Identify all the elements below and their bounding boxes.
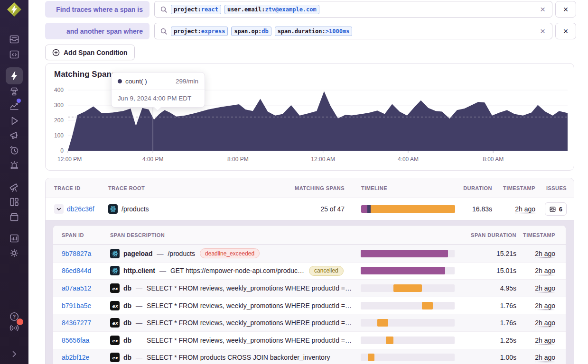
span-condition-row-2: and another span where project:express s…	[45, 23, 576, 39]
express-icon: ex	[110, 336, 120, 345]
span-timestamp: 2h ago	[535, 250, 555, 257]
trace-timeline-bar	[361, 205, 455, 213]
sidebar-item-replays[interactable]	[0, 115, 28, 127]
bar-stats-icon	[9, 233, 20, 244]
separator: —	[136, 284, 142, 292]
trace-root-name: /products	[121, 205, 149, 213]
sidebar-item-traces[interactable]	[0, 67, 28, 84]
trace-id-link[interactable]: db26c36f	[67, 205, 94, 213]
span-row[interactable]: 84367277 ex db — SELECT * FROM reviews, …	[53, 314, 566, 331]
col-duration: DURATION	[456, 185, 492, 191]
span-row[interactable]: b791ba5e ex db — SELECT * FROM reviews, …	[53, 297, 566, 314]
span-id-link[interactable]: 86ed844d	[62, 267, 91, 274]
sidebar-item-releases[interactable]	[0, 211, 28, 222]
filter-token[interactable]: span.op:db	[231, 27, 271, 36]
span-duration-bar	[361, 319, 455, 327]
dashboard-icon	[9, 196, 20, 208]
span-filter-input-2[interactable]: project:express span.op:db span.duration…	[154, 23, 552, 39]
span-row[interactable]: 85656faa ex db — SELECT * FROM reviews, …	[53, 331, 566, 349]
filter-token[interactable]: span.duration:>1000ms	[275, 27, 353, 36]
sidebar-item-insights[interactable]	[0, 85, 28, 97]
clear-filter-icon[interactable]: ×	[538, 27, 547, 36]
telescope-icon	[9, 182, 20, 193]
filter-token[interactable]: project:react	[171, 5, 221, 14]
sidebar-item-issues[interactable]	[0, 34, 28, 45]
col-trace-id: TRACE ID	[54, 185, 108, 191]
span-description: SELECT * FROM reviews, weekly_promotions…	[147, 302, 352, 309]
sidebar-collapse-button[interactable]	[0, 348, 28, 360]
sidebar-item-stats[interactable]	[0, 233, 28, 244]
add-span-condition-button[interactable]: Add Span Condition	[45, 45, 135, 60]
sidebar-item-dashboards[interactable]	[0, 196, 28, 208]
col-issues: ISSUES	[535, 185, 567, 191]
sidebar-item-projects[interactable]	[0, 49, 28, 60]
filter-token[interactable]: user.email:ztv@example.com	[224, 5, 319, 14]
span-timestamp: 2h ago	[535, 354, 555, 361]
span-id-link[interactable]: ab2bf12e	[62, 354, 89, 361]
span-description: /products	[168, 250, 195, 257]
svg-text:4:00 AM: 4:00 AM	[398, 156, 419, 163]
sidebar-item-whats-new[interactable]	[0, 322, 28, 333]
separator: —	[136, 319, 142, 327]
trace-issues-button[interactable]: 6	[545, 202, 567, 216]
main-content: Find traces where a span is project:reac…	[28, 0, 588, 364]
chart-tooltip: count( ) 299/min Jun 9, 2024 4:00 PM EDT	[111, 72, 205, 108]
token-value: >1000ms	[326, 28, 350, 35]
svg-text:ex: ex	[112, 321, 118, 326]
span-timestamp: 2h ago	[535, 337, 555, 344]
svg-text:?: ?	[13, 314, 16, 319]
token-key: span.op:	[234, 28, 261, 35]
span-duration: 1.25s	[455, 337, 516, 344]
search-icon	[160, 27, 168, 35]
col-timestamp: TIMESTAMP	[492, 185, 535, 191]
expanded-trace-spans: SPAN ID SPAN DESCRIPTION SPAN DURATION T…	[46, 220, 574, 364]
span-id-link[interactable]: 9b78827a	[62, 250, 91, 257]
sidebar-item-help[interactable]: ?	[0, 311, 28, 322]
sidebar-item-metrics[interactable]	[0, 100, 28, 111]
svg-text:ex: ex	[112, 338, 118, 343]
megaphone-icon	[9, 130, 20, 141]
span-description: SELECT * FROM reviews, weekly_promotions…	[147, 337, 352, 344]
trace-timestamp: 2h ago	[515, 205, 535, 213]
col-span-timestamp: TIMESTAMP	[516, 232, 566, 238]
app-logo[interactable]	[0, 1, 28, 18]
express-icon: ex	[110, 283, 120, 293]
collapse-trace-button[interactable]	[54, 204, 64, 214]
siren-icon	[9, 159, 20, 171]
add-condition-row: Add Span Condition	[45, 45, 588, 60]
status-badge: deadline_exceeded	[200, 248, 260, 258]
svg-text:ex: ex	[112, 355, 118, 360]
bar-fill	[386, 337, 393, 344]
archive-box-icon	[9, 211, 20, 222]
selected-item-highlight	[6, 67, 23, 84]
plus-circle-icon	[52, 49, 60, 56]
span-id-link[interactable]: b791ba5e	[62, 302, 91, 309]
span-row[interactable]: a07aa512 ex db — SELECT * FROM reviews, …	[53, 279, 566, 297]
delete-condition-button-2[interactable]: ×	[555, 23, 576, 39]
broadcast-icon	[9, 322, 20, 333]
span-row[interactable]: 86ed844d http.client — GET https://empow…	[53, 262, 566, 280]
delete-condition-button-1[interactable]: ×	[555, 1, 576, 18]
token-key: span.duration:	[278, 28, 326, 35]
trace-row[interactable]: db26c36f /products 25 of 47 16.83s 2h ag…	[46, 198, 574, 220]
clock-history-icon	[9, 145, 20, 156]
separator: —	[136, 302, 142, 309]
span-id-link[interactable]: 84367277	[62, 319, 91, 327]
span-duration-bar	[361, 250, 455, 257]
chevron-down-icon	[56, 206, 62, 212]
span-filter-input-1[interactable]: project:react user.email:ztv@example.com…	[154, 1, 552, 18]
bar-fill	[422, 302, 433, 309]
filter-token[interactable]: project:express	[171, 27, 228, 36]
span-timestamp: 2h ago	[535, 267, 555, 274]
sidebar-item-alerts[interactable]	[0, 159, 28, 171]
span-description: GET https://empower-node-api.com/produc…	[170, 267, 304, 274]
sidebar-item-feedback[interactable]	[0, 130, 28, 141]
span-row[interactable]: 9b78827a pageload — /products deadline_e…	[53, 245, 566, 262]
span-id-link[interactable]: 85656faa	[62, 337, 89, 344]
sidebar-item-discover[interactable]	[0, 182, 28, 193]
clear-filter-icon[interactable]: ×	[538, 5, 547, 14]
sidebar-item-settings[interactable]	[0, 247, 28, 259]
sidebar-item-crons[interactable]	[0, 145, 28, 156]
span-row[interactable]: ab2bf12e ex db — SELECT * FROM products …	[53, 349, 566, 364]
span-id-link[interactable]: a07aa512	[62, 284, 91, 292]
